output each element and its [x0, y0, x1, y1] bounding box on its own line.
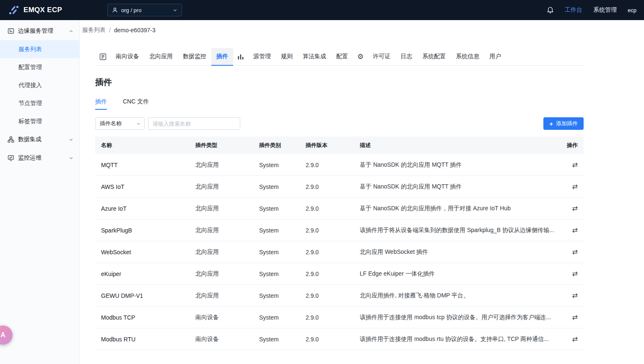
tab-users[interactable]: 用户 — [484, 48, 506, 65]
username[interactable]: ecp — [628, 7, 636, 13]
tab-config[interactable]: 配置 — [331, 48, 353, 65]
plugin-version: 2.9.0 — [300, 205, 354, 212]
sidebar-item-label: 标签管理 — [18, 118, 42, 125]
plugin-name: GEWU DMP-V1 — [95, 292, 190, 299]
plugin-version: 2.9.0 — [300, 336, 354, 343]
chevron-down-icon — [173, 8, 177, 13]
tab-north-apps[interactable]: 北向应用 — [144, 48, 178, 65]
sidebar-group-monitoring-ops[interactable]: 监控运维 — [0, 149, 79, 167]
plugin-version: 2.9.0 — [300, 314, 354, 321]
transfer-icon[interactable]: ⇄ — [572, 161, 578, 169]
transfer-icon[interactable]: ⇄ — [572, 292, 578, 299]
plugin-type: 北向应用 — [190, 227, 253, 234]
filter-field-select[interactable]: 插件名称 — [95, 117, 145, 130]
plugin-type: 南向设备 — [190, 336, 253, 343]
chevron-down-icon — [136, 121, 141, 126]
transfer-icon[interactable]: ⇄ — [572, 270, 578, 278]
plugin-name: Modbus TCP — [95, 314, 190, 321]
sidebar-item-label: 代理接入 — [18, 82, 42, 89]
chevron-up-icon — [69, 29, 73, 34]
sidebar-group-label: 边缘服务管理 — [18, 27, 53, 35]
plugin-category: System — [253, 336, 300, 343]
table-row: SparkPlugB 北向应用 System 2.9.0 该插件用于将从设备端采… — [95, 219, 584, 241]
tab-algorithm-integration[interactable]: 算法集成 — [298, 48, 331, 65]
plugin-type: 北向应用 — [190, 183, 253, 191]
sidebar-group-label: 监控运维 — [18, 154, 42, 162]
table-row: AWS IoT 北向应用 System 2.9.0 基于 NanoSDK 的北向… — [95, 176, 584, 198]
tab-data-monitor[interactable]: 数据监控 — [178, 48, 211, 65]
tab-source-mgmt[interactable]: 源管理 — [248, 48, 276, 65]
plugin-version: 2.9.0 — [300, 292, 354, 299]
col-plugin-type: 插件类型 — [190, 142, 253, 149]
tab-system-info[interactable]: 系统信息 — [451, 48, 484, 65]
col-plugin-category: 插件类别 — [253, 142, 300, 149]
table-header-row: 名称 插件类型 插件类别 插件版本 描述 操作 — [95, 137, 584, 154]
topbar: EMQX ECP org / pro 工作台 系统管理 ecp — [0, 0, 644, 20]
plugin-category: System — [253, 205, 300, 212]
sidebar-item-config-mgmt[interactable]: 配置管理 — [0, 58, 79, 76]
sidebar-item-proxy-access[interactable]: 代理接入 — [0, 76, 79, 94]
sidebar-item-node-mgmt[interactable]: 节点管理 — [0, 94, 79, 112]
sidebar-group-data-integration[interactable]: 数据集成 — [0, 130, 79, 149]
transfer-icon[interactable]: ⇄ — [572, 248, 578, 256]
tab-settings-gear-icon[interactable]: ⚙ — [353, 48, 368, 65]
plugin-subtabs: 插件 CNC 文件 — [95, 98, 584, 110]
search-input[interactable] — [148, 117, 240, 130]
plugin-category: System — [253, 227, 300, 234]
plugin-category: System — [253, 292, 300, 299]
tab-logs[interactable]: 日志 — [395, 48, 417, 65]
tab-rules[interactable]: 规则 — [276, 48, 298, 65]
brand[interactable]: EMQX ECP — [8, 5, 98, 15]
plugin-name: WebSocket — [95, 249, 190, 256]
plugin-description: 北向应用 WebSocket 插件 — [354, 248, 560, 256]
tab-overview-icon[interactable] — [95, 48, 111, 65]
table-row: eKuiper 北向应用 System 2.9.0 LF Edge eKuipe… — [95, 263, 584, 285]
sidebar-group-edge-service[interactable]: 边缘服务管理 — [0, 22, 79, 40]
subtab-cnc-files[interactable]: CNC 文件 — [123, 98, 149, 110]
notifications-bell-icon[interactable] — [547, 6, 554, 14]
plugin-version: 2.9.0 — [300, 162, 354, 168]
table-row: MQTT 北向应用 System 2.9.0 基于 NanoSDK 的北向应用 … — [95, 154, 584, 176]
transfer-icon[interactable]: ⇄ — [572, 204, 578, 212]
tab-south-devices[interactable]: 南向设备 — [111, 48, 144, 65]
breadcrumb-separator: / — [109, 27, 111, 34]
plugin-type: 北向应用 — [190, 270, 253, 278]
plugin-name: AWS IoT — [95, 183, 190, 190]
chevron-down-icon — [69, 156, 73, 160]
transfer-icon[interactable]: ⇄ — [572, 313, 578, 321]
org-selector[interactable]: org / pro — [107, 4, 182, 16]
tab-system-config[interactable]: 系统配置 — [417, 48, 451, 65]
plugin-category: System — [253, 271, 300, 277]
plugin-type: 北向应用 — [190, 205, 253, 212]
plugin-description: 该插件用于连接使用 modbus tcp 协议的设备。用户可选择作为客户端连..… — [354, 314, 560, 321]
breadcrumb-service-list[interactable]: 服务列表 — [82, 26, 106, 34]
sidebar-item-service-list[interactable]: 服务列表 — [0, 40, 79, 58]
org-icon — [112, 7, 118, 13]
data-integration-icon — [8, 136, 14, 143]
transfer-icon[interactable]: ⇄ — [572, 335, 578, 343]
tab-metrics-icon[interactable] — [233, 48, 248, 65]
col-description: 描述 — [354, 142, 560, 149]
col-plugin-version: 插件版本 — [300, 142, 354, 149]
add-plugin-button[interactable]: + 添加插件 — [543, 117, 584, 130]
plugin-description: 基于 NanoSDK 的北向应用 MQTT 插件 — [354, 183, 560, 191]
nav-system-admin[interactable]: 系统管理 — [593, 6, 617, 14]
chevron-down-icon — [69, 137, 73, 142]
transfer-icon[interactable]: ⇄ — [572, 226, 578, 234]
nav-workbench[interactable]: 工作台 — [565, 6, 582, 14]
plugin-type: 北向应用 — [190, 248, 253, 256]
tab-plugins[interactable]: 插件 — [211, 48, 233, 65]
brand-name: EMQX ECP — [23, 6, 62, 14]
subtab-plugins[interactable]: 插件 — [95, 98, 107, 110]
table-row: Modbus TCP 南向设备 System 2.9.0 该插件用于连接使用 m… — [95, 307, 584, 328]
plugin-description: 该插件用于连接使用 modbus rtu 协议的设备。支持串口, TCP 两种通… — [354, 336, 560, 343]
table-row: GEWU DMP-V1 北向应用 System 2.9.0 北向应用插件, 对接… — [95, 285, 584, 307]
plugin-name: eKuiper — [95, 271, 190, 277]
sidebar-item-tag-mgmt[interactable]: 标签管理 — [0, 112, 79, 130]
plugin-version: 2.9.0 — [300, 227, 354, 234]
plugin-category: System — [253, 314, 300, 321]
transfer-icon[interactable]: ⇄ — [572, 183, 578, 191]
plugin-version: 2.9.0 — [300, 249, 354, 256]
tab-license[interactable]: 许可证 — [368, 48, 395, 65]
plugin-type: 北向应用 — [190, 161, 253, 169]
